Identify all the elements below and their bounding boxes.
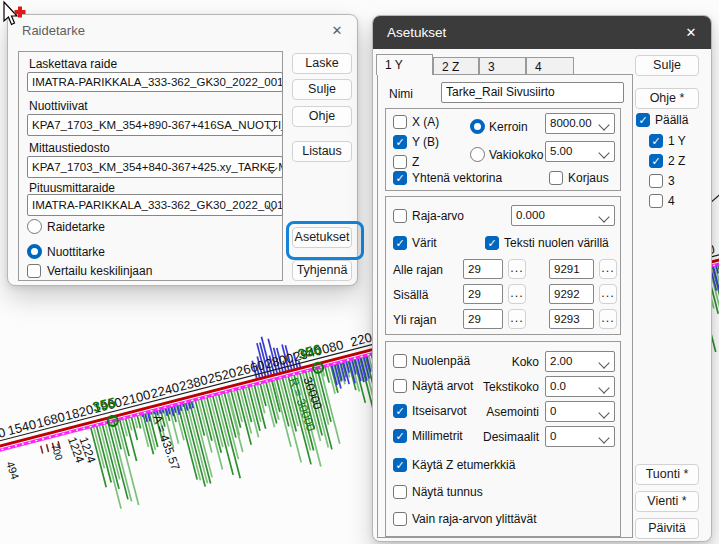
vakiokoko-label: Vakiokoko [489, 148, 543, 162]
sisalla-color-browse-button[interactable]: ... [599, 284, 617, 304]
svg-text:2520: 2520 [206, 365, 238, 387]
nayta-arvot-checkbox[interactable] [393, 379, 407, 393]
svg-text:355: 355 [91, 394, 118, 415]
chevron-down-icon [598, 119, 609, 130]
svg-text:1820: 1820 [63, 402, 95, 424]
vakiokoko-radio[interactable] [470, 147, 485, 162]
desimaalit-dropdown[interactable]: 0 [545, 426, 615, 447]
mittaustiedosto-label: Mittaustiedosto [29, 141, 110, 155]
nuolenpaa-checkbox[interactable] [393, 354, 407, 368]
asemointi-value: 0 [550, 405, 556, 417]
tab-2z[interactable]: 2 Z [433, 57, 479, 75]
vain-raja-arvon-checkbox[interactable] [393, 512, 407, 526]
ohje-button[interactable]: Ohje * [635, 88, 699, 109]
vain-raja-arvon-label: Vain raja-arvon ylittävät [412, 512, 537, 526]
raja-arvo-label: Raja-arvo [412, 209, 464, 223]
nuottitarke-radio[interactable] [27, 244, 42, 259]
yhtena-vektorina-checkbox[interactable] [393, 171, 407, 185]
layer-2z-label: 2 Z [668, 154, 685, 168]
raidetarke-radio[interactable] [27, 219, 42, 234]
desimaalit-label: Desimaalit [453, 430, 539, 444]
svg-text:1680: 1680 [35, 409, 67, 431]
kayta-z-etumerkkia-label: Käytä Z etumerkkiä [412, 458, 515, 472]
alle-rajan-color-browse-button[interactable]: ... [599, 259, 617, 279]
yli-rajan-browse-button[interactable]: ... [508, 309, 526, 329]
kerroin-dropdown[interactable]: 8000.00 [545, 113, 615, 134]
pituusmittaraide-value: IMATRA-PARIKKALA_333-362_GK30_2022_001.t [32, 199, 283, 211]
z-checkbox[interactable] [393, 155, 407, 169]
laskettava-raide-field[interactable]: IMATRA-PARIKKALA_333-362_GK30_2022_001.t… [27, 72, 283, 92]
z-label: Z [412, 155, 419, 169]
asemointi-dropdown[interactable]: 0 [545, 401, 615, 422]
raidetarke-titlebar[interactable]: Raidetarke ✕ [8, 15, 357, 46]
yhtena-vektorina-label: Yhtenä vektorina [412, 171, 502, 185]
sisalla-browse-button[interactable]: ... [508, 284, 526, 304]
koko-dropdown[interactable]: 2.00 [545, 351, 615, 372]
paalla-checkbox[interactable] [636, 113, 650, 127]
tuonti-button[interactable]: Tuonti * [635, 464, 699, 485]
laske-button[interactable]: Laske [292, 53, 352, 74]
sisalla-color-field[interactable]: 9292 [549, 284, 594, 304]
y-b-checkbox[interactable] [393, 135, 407, 149]
close-icon[interactable]: ✕ [680, 23, 702, 43]
svg-text:2240: 2240 [149, 380, 181, 402]
layer-2z-checkbox[interactable] [649, 154, 663, 168]
nayta-tunnus-checkbox[interactable] [393, 485, 407, 499]
millimetrit-checkbox[interactable] [393, 429, 407, 443]
x-a-checkbox[interactable] [393, 115, 407, 129]
layer-3-checkbox[interactable] [649, 174, 663, 188]
korjaus-checkbox[interactable] [549, 171, 563, 185]
pituusmittaraide-dropdown[interactable]: IMATRA-PARIKKALA_333-362_GK30_2022_001.t [27, 194, 283, 216]
sisalla-code-field[interactable]: 29 [463, 284, 503, 304]
itseisarvot-checkbox[interactable] [393, 404, 407, 418]
chevron-down-icon [598, 357, 609, 368]
layer-4-checkbox[interactable] [649, 194, 663, 208]
ohje-button[interactable]: Ohje [292, 106, 352, 127]
yli-rajan-color-field[interactable]: 9293 [549, 309, 594, 329]
sulje-button[interactable]: Sulje [292, 79, 352, 100]
yli-rajan-color-browse-button[interactable]: ... [599, 309, 617, 329]
svg-text:494: 494 [4, 460, 21, 481]
varit-checkbox[interactable] [393, 236, 407, 250]
nimi-field[interactable]: Tarke_Rail Sivusiirto [441, 82, 624, 103]
vakiokoko-dropdown[interactable]: 5.00 [545, 141, 615, 162]
tab-1y[interactable]: 1 Y [376, 54, 433, 75]
listaus-button[interactable]: Listaus [292, 141, 352, 162]
raja-arvo-checkbox[interactable] [393, 209, 407, 223]
paivita-button[interactable]: Päivitä [635, 518, 699, 539]
sisalla-label: Sisällä [393, 288, 428, 302]
vertailu-checkbox[interactable] [27, 264, 41, 278]
tab-4[interactable]: 4 [526, 57, 574, 75]
tekstikoko-dropdown[interactable]: 0.0 [545, 376, 615, 397]
tyhjenna-button[interactable]: Tyhjennä [292, 260, 352, 281]
raja-arvo-value: 0.000 [516, 209, 545, 221]
y-b-label: Y (B) [412, 135, 439, 149]
raja-arvo-dropdown[interactable]: 0.000 [511, 205, 615, 226]
koko-label: Koko [453, 355, 539, 369]
kerroin-radio[interactable] [470, 119, 485, 134]
asetukset-titlebar[interactable]: Asetukset ✕ [373, 16, 711, 49]
kerroin-label: Kerroin [489, 120, 528, 134]
nuottiviivat-label: Nuottiviivat [29, 99, 88, 113]
yli-rajan-code-field[interactable]: 29 [463, 309, 503, 329]
nuottiviivat-dropdown[interactable]: KPA7_1703_KM_354+890-367+416SA_NUOTTI_ [27, 114, 283, 136]
asemointi-label: Asemointi [453, 405, 539, 419]
mouse-cursor-icon [0, 0, 30, 30]
alle-rajan-code-field[interactable]: 29 [463, 259, 503, 279]
mittaustiedosto-dropdown[interactable]: KPA7_1703_KM_354+840-367+425.xy_TARKE M [27, 156, 283, 178]
sulje-button[interactable]: Sulje [635, 55, 699, 76]
svg-text:700: 700 [49, 442, 65, 462]
asetukset-dialog: Asetukset ✕ 1 Y 2 Z 3 4 Nimi Tarke_Rail … [372, 15, 712, 542]
alle-rajan-browse-button[interactable]: ... [508, 259, 526, 279]
asetukset-button[interactable]: Asetukset [292, 227, 352, 248]
kayta-z-etumerkkia-checkbox[interactable] [393, 458, 407, 472]
close-icon[interactable]: ✕ [326, 21, 348, 41]
vienti-button[interactable]: Vienti * [635, 491, 699, 512]
chevron-down-icon [598, 407, 609, 418]
tab-3[interactable]: 3 [479, 57, 526, 75]
layer-1y-checkbox[interactable] [649, 134, 663, 148]
alle-rajan-color-field[interactable]: 9291 [549, 259, 594, 279]
yli-rajan-label: Yli rajan [393, 313, 436, 327]
teksti-nuolen-checkbox[interactable] [485, 236, 499, 250]
korjaus-label: Korjaus [568, 171, 609, 185]
